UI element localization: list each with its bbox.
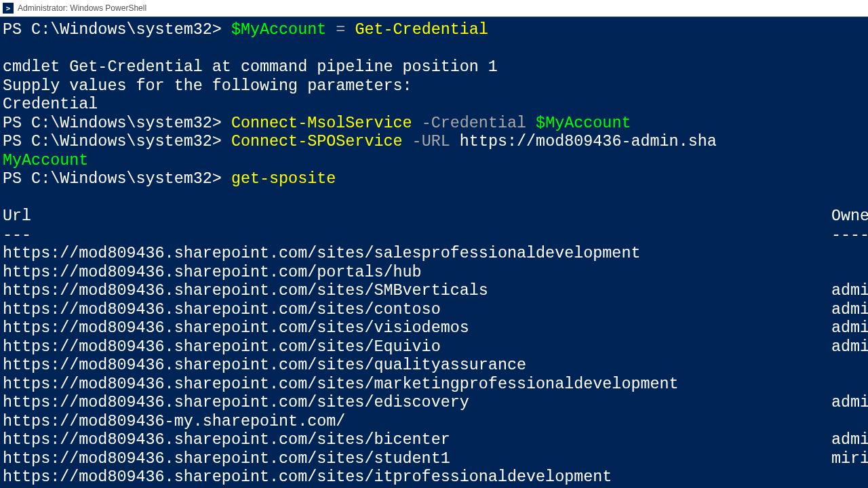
table-row: https://mod809436.sharepoint.com/sites/e… [3, 394, 868, 411]
table-row: https://mod809436.sharepoint.com/sites/m… [3, 375, 831, 393]
command: Connect-MsolService [231, 115, 412, 132]
table-row: https://mod809436.sharepoint.com/sites/s… [3, 450, 868, 468]
command: Connect-SPOService [231, 133, 403, 150]
window-title: Administrator: Windows PowerShell [18, 3, 146, 13]
table-row: https://mod809436.sharepoint.com/sites/q… [3, 357, 831, 374]
arg-url: https://mod809436-admin.sha [460, 133, 717, 150]
table-row: https://mod809436.sharepoint.com/sites/i… [3, 468, 831, 486]
column-header-url: UrlOwne [3, 207, 868, 225]
powershell-icon: > [3, 3, 14, 14]
prompt: PS C:\Windows\system32> [3, 133, 222, 150]
command: Get-Credential [355, 21, 488, 39]
column-rule: ------- [3, 226, 868, 244]
table-row: https://mod809436.sharepoint.com/sites/v… [3, 319, 868, 337]
output-line: Supply values for the following paramete… [3, 77, 412, 95]
parameter: -URL [412, 133, 450, 150]
prompt: PS C:\Windows\system32> [3, 21, 222, 39]
output-line: cmdlet Get-Credential at command pipelin… [3, 58, 498, 76]
output-line: Credential [3, 96, 98, 113]
prompt: PS C:\Windows\system32> [3, 170, 222, 188]
table-row: https://mod809436-my.sharepoint.com/ [3, 413, 831, 430]
parameter: -Credential [422, 115, 526, 132]
table-row: https://mod809436.sharepoint.com/sites/s… [3, 245, 831, 262]
operator: = [336, 21, 345, 39]
variable: $MyAccount [231, 21, 326, 39]
table-row: https://mod809436.sharepoint.com/sites/S… [3, 282, 868, 300]
terminal-output[interactable]: PS C:\Windows\system32> $MyAccount = Get… [0, 17, 868, 488]
table-row: https://mod809436.sharepoint.com/sites/c… [3, 301, 868, 319]
table-row: https://mod809436.sharepoint.com/sites/b… [3, 431, 868, 449]
variable: $MyAccount [536, 115, 631, 132]
command: get-sposite [231, 170, 336, 188]
variable-wrap: MyAccount [3, 152, 88, 169]
table-row: https://mod809436.sharepoint.com/portals… [3, 264, 831, 281]
window-titlebar[interactable]: > Administrator: Windows PowerShell [0, 0, 868, 17]
table-row: https://mod809436.sharepoint.com/sites/E… [3, 338, 868, 356]
prompt: PS C:\Windows\system32> [3, 115, 222, 132]
